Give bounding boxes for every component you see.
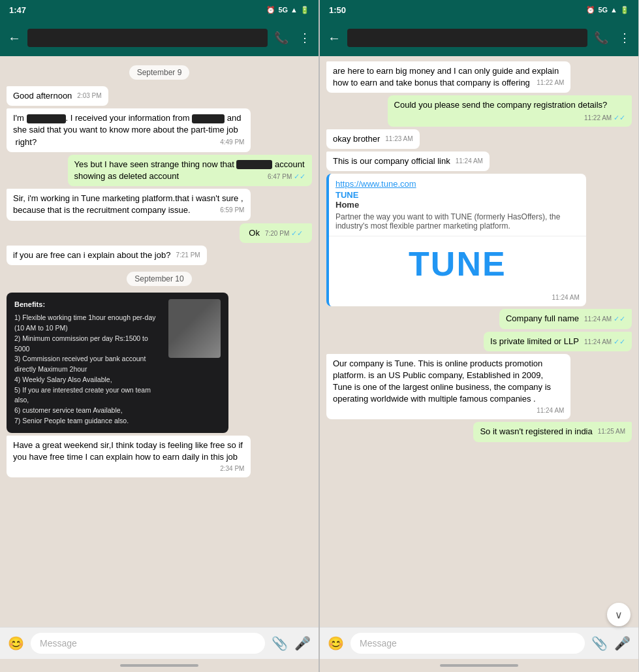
home-bar-right [440,664,518,667]
home-indicator-right [320,659,638,672]
signal-icon: ▲ [290,6,298,14]
message-input-left[interactable]: Message [31,633,265,654]
header-icons-right: 📞 ⋮ [594,31,631,45]
contact-name-left [27,29,268,47]
input-bar-left: 😊 Message 📎 🎤 [0,627,319,659]
input-bar-right: 😊 Message 📎 🎤 [320,627,638,659]
call-icon-right[interactable]: 📞 [594,31,608,45]
msg-tune-company-desc: Our company is Tune. This is online prod… [326,354,570,420]
header-icons-left: 📞 ⋮ [274,31,311,45]
back-button-right[interactable]: ← [328,31,341,46]
home-indicator-left [0,659,319,672]
benefits-content: Benefits: 1) Flexible working time 1hour… [7,293,228,433]
network-icon-right: 5G [598,6,608,14]
scroll-down-button[interactable]: ∨ [607,603,631,626]
chat-body-left: September 9 Good afternoon 2:03 PM I'm .… [0,56,319,627]
link-brand: TUNE [329,190,586,200]
chat-header-right: ← 📞 ⋮ [320,20,638,56]
message-input-right[interactable]: Message [351,633,585,654]
menu-icon-right[interactable]: ⋮ [619,31,631,45]
attach-icon-left[interactable]: 📎 [272,635,288,651]
mic-icon-left[interactable]: 🎤 [294,635,311,651]
contact-name-right [347,29,587,47]
left-phone: 1:47 ⏰ 5G ▲ 🔋 ← 📞 ⋮ September 9 Good a [0,0,319,672]
signal-icon-right: ▲ [610,6,617,14]
msg-benefits-card: Benefits: 1) Flexible working time 1hour… [7,293,228,433]
status-bar-left: 1:47 ⏰ 5G ▲ 🔋 [0,0,319,20]
alarm-icon: ⏰ [266,6,275,14]
chat-body-right: are here to earn big money and I can onl… [320,56,638,627]
battery-icon: 🔋 [300,6,309,14]
mic-icon-right[interactable]: 🎤 [614,635,631,651]
msg-llp: Is private limited or LLP 11:24 AM ✓✓ [484,332,632,351]
msg-partial-top: are here to earn big money and I can onl… [326,61,570,93]
msg-ok: Ok 7:20 PM ✓✓ [240,223,312,243]
network-icon: 5G [278,6,288,14]
msg-not-registered: So it wasn't registered in india 11:25 A… [473,422,632,441]
battery-icon-right: 🔋 [620,6,629,14]
msg-good-afternoon: Good afternoon 2:03 PM [7,86,108,106]
emoji-icon-right[interactable]: 😊 [328,635,344,651]
link-url[interactable]: https://www.tune.com [329,174,586,190]
msg-received-info: I'm . I received your information from a… [7,108,251,152]
time-left: 1:47 [9,5,26,15]
link-desc: Partner the way you want to with TUNE (f… [329,211,586,236]
link-subtitle: Home [329,200,586,211]
back-button-left[interactable]: ← [8,31,21,46]
status-icons-left: ⏰ 5G ▲ 🔋 [266,6,309,14]
msg-explain-job: if you are free can i explain about the … [7,246,207,265]
msg-registration-request: Could you please send the company regist… [388,95,632,127]
msg-great-weekend: Have a great weekend sir,I think today i… [7,436,251,477]
person-image [168,299,221,358]
date-badge-sep10: September 10 [127,272,191,286]
msg-tune-marketing: Sir, i'm working in Tune marketing platf… [7,189,251,220]
right-phone: 1:50 ⏰ 5G ▲ 🔋 ← 📞 ⋮ are here to earn big… [319,0,638,672]
status-icons-right: ⏰ 5G ▲ 🔋 [586,6,629,14]
chat-header-left: ← 📞 ⋮ [0,20,319,56]
tune-logo-text: TUNE [335,247,580,281]
home-bar-left [120,664,198,667]
alarm-icon-right: ⏰ [586,6,595,14]
msg-official-link: This is our company official link 11:24 … [326,152,490,171]
emoji-icon-left[interactable]: 😊 [8,635,24,651]
msg-company-full-name: Company full name 11:24 AM ✓✓ [499,309,632,328]
menu-icon-left[interactable]: ⋮ [299,31,311,45]
status-bar-right: 1:50 ⏰ 5G ▲ 🔋 [320,0,638,20]
tune-link-preview: https://www.tune.com TUNE Home Partner t… [326,174,586,306]
msg-okay-brother: okay brother 11:23 AM [326,129,420,149]
tune-logo-block: TUNE [329,236,586,291]
msg-sent-strange: Yes but I have seen strange thing now th… [68,155,312,186]
link-time: 11:24 AM [329,291,586,306]
call-icon-left[interactable]: 📞 [274,31,288,45]
attach-icon-right[interactable]: 📎 [591,635,608,651]
date-badge-sep9: September 9 [129,65,190,80]
time-right: 1:50 [329,5,346,15]
